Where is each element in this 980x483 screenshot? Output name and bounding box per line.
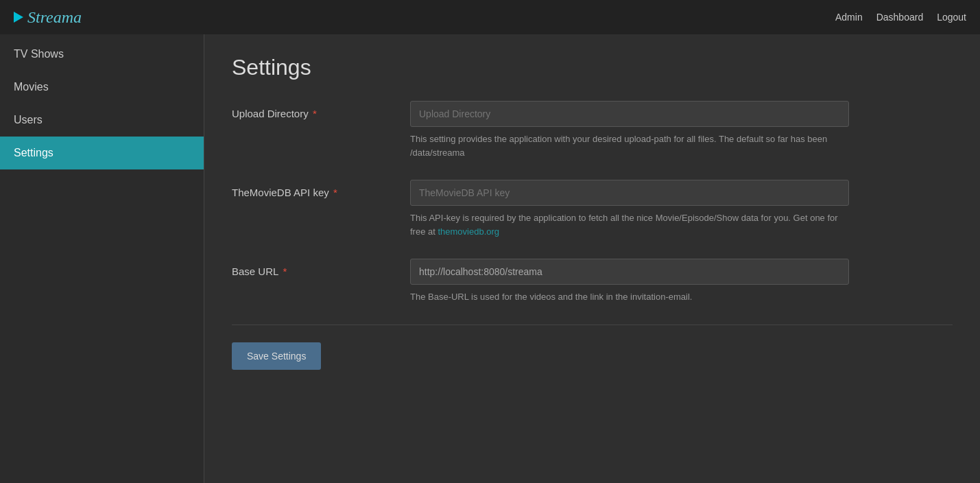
sidebar: TV Shows Movies Users Settings <box>0 34 204 483</box>
logo-text: Streama <box>27 8 82 27</box>
top-navbar: Streama Admin Dashboard Logout <box>0 0 980 34</box>
upload-directory-label: Upload Directory * <box>232 108 317 119</box>
main-layout: TV Shows Movies Users Settings Settings … <box>0 34 980 483</box>
base-url-section: Base URL * The Base-URL is used for the … <box>232 259 953 304</box>
sidebar-item-movies[interactable]: Movies <box>0 71 204 104</box>
logo[interactable]: Streama <box>14 8 82 27</box>
logout-link[interactable]: Logout <box>937 12 966 23</box>
themoviedb-api-key-section: TheMovieDB API key * This API-key is req… <box>232 180 953 238</box>
base-url-input[interactable] <box>410 259 849 285</box>
settings-content: Settings Upload Directory * This setting… <box>204 34 980 483</box>
themoviedb-link[interactable]: themoviedb.org <box>438 226 499 237</box>
themoviedb-field-col: This API-key is required by the applicat… <box>410 180 953 238</box>
upload-directory-input[interactable] <box>410 101 849 127</box>
base-url-label-col: Base URL * <box>232 259 410 304</box>
base-url-help: The Base-URL is used for the videos and … <box>410 290 849 304</box>
upload-directory-field-col: This setting provides the application wi… <box>410 101 953 159</box>
nav-links: Admin Dashboard Logout <box>835 12 966 23</box>
divider <box>232 325 953 325</box>
themoviedb-label-col: TheMovieDB API key * <box>232 180 410 238</box>
admin-link[interactable]: Admin <box>835 12 863 23</box>
base-url-field-col: The Base-URL is used for the videos and … <box>410 259 953 304</box>
base-url-label: Base URL * <box>232 266 287 277</box>
themoviedb-label: TheMovieDB API key * <box>232 187 337 198</box>
dashboard-link[interactable]: Dashboard <box>876 12 924 23</box>
themoviedb-api-key-input[interactable] <box>410 180 849 206</box>
upload-directory-label-col: Upload Directory * <box>232 101 410 159</box>
sidebar-item-users[interactable]: Users <box>0 104 204 137</box>
sidebar-item-tv-shows[interactable]: TV Shows <box>0 38 204 71</box>
page-title: Settings <box>232 55 953 80</box>
save-settings-button[interactable]: Save Settings <box>232 342 321 370</box>
themoviedb-help: This API-key is required by the applicat… <box>410 211 849 238</box>
upload-directory-section: Upload Directory * This setting provides… <box>232 101 953 159</box>
upload-directory-help: This setting provides the application wi… <box>410 132 849 159</box>
play-icon <box>14 12 23 23</box>
sidebar-item-settings[interactable]: Settings <box>0 137 204 169</box>
